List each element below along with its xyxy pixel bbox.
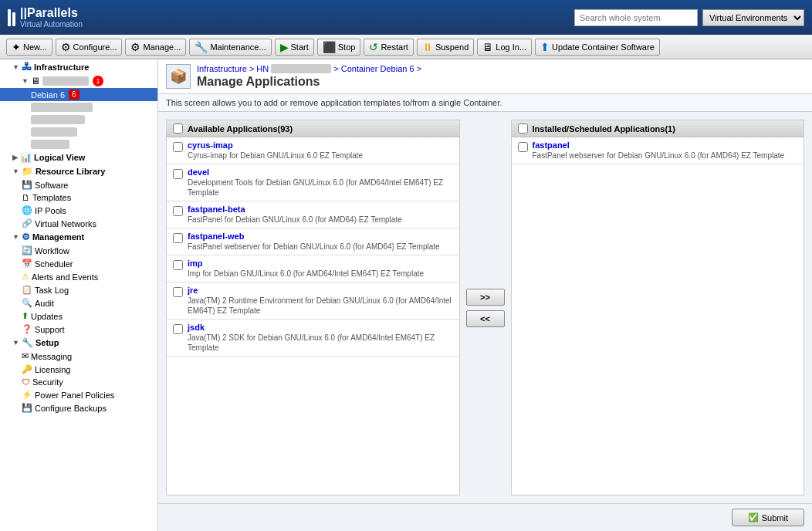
stop-button[interactable]: ⬛ Stop [317, 39, 361, 56]
top-right-controls: Virtual Environments [574, 9, 804, 26]
sidebar-group-management[interactable]: ▼ ⚙ Management [0, 230, 157, 244]
environment-dropdown[interactable]: Virtual Environments [702, 9, 804, 26]
security-icon: 🛡 [22, 377, 30, 387]
app-checkbox-imp[interactable] [173, 260, 183, 270]
list-item[interactable]: jre Java(TM) 2 Runtime Environment for D… [167, 282, 459, 320]
sidebar-item-sub1[interactable]: ██████████ [0, 101, 157, 113]
alerts-icon: ⚠ [22, 272, 29, 282]
remove-button[interactable]: << [466, 310, 505, 327]
resource-expand-icon: ▼ [12, 167, 19, 175]
app-checkbox-cyrus[interactable] [173, 142, 183, 152]
sidebar-item-security[interactable]: 🛡 Security [0, 376, 157, 388]
app-checkbox-devel[interactable] [173, 169, 183, 179]
sidebar-item-vnetworks[interactable]: 🔗 Virtual Networks [0, 217, 157, 230]
sidebar-item-sub2[interactable]: ████████ [0, 113, 157, 126]
maintenance-icon: 🔧 [195, 41, 208, 53]
breadcrumb-container[interactable]: Container Debian 6 [341, 64, 414, 73]
list-item[interactable]: imp Imp for Debian GNU/Linux 6.0 (for AM… [167, 255, 459, 282]
sidebar-item-scheduler[interactable]: 📅 Scheduler [0, 257, 157, 270]
sidebar-group-resource[interactable]: ▼ 📁 Resource Library [0, 164, 157, 178]
sidebar-item-tasklog[interactable]: 📋 Task Log [0, 283, 157, 296]
list-item[interactable]: fastpanel FastPanel webserver for Debian… [512, 137, 804, 164]
resource-icon: 📁 [22, 166, 33, 177]
page-header: 📦 Infrastructure > HN ██████████ > Conta… [158, 59, 812, 94]
app-checkbox-fastpanel-installed[interactable] [518, 142, 528, 152]
software-icon: 💾 [22, 180, 32, 190]
breadcrumb-infrastructure[interactable]: Infrastructure [197, 64, 247, 73]
breadcrumb-hn[interactable]: HN [256, 64, 269, 73]
messaging-icon: ✉ [22, 351, 29, 361]
maintenance-button[interactable]: 🔧 Maintenance... [189, 39, 271, 56]
search-input[interactable] [574, 9, 698, 26]
logo-area: ||Parallels Virtual Automation [8, 6, 83, 29]
app-checkbox-fastpanel-beta[interactable] [173, 206, 183, 216]
toolbar: ✦ New... ⚙ Configure... ⚙ Manage... 🔧 Ma… [0, 35, 812, 59]
vnetworks-icon: 🔗 [22, 218, 32, 228]
app-checkbox-fastpanel-web[interactable] [173, 233, 183, 243]
manage-button[interactable]: ⚙ Manage... [125, 39, 186, 56]
sidebar-item-support[interactable]: ❓ Support [0, 323, 157, 336]
new-button[interactable]: ✦ New... [6, 39, 52, 56]
sidebar-item-ippools[interactable]: 🌐 IP Pools [0, 204, 157, 217]
sidebar-item-updates[interactable]: ⬆ Updates [0, 309, 157, 323]
logical-expand-icon: ▶ [12, 154, 18, 161]
app-checkbox-jsdk[interactable] [173, 324, 183, 334]
logo-sub: Virtual Automation [20, 20, 83, 29]
list-item[interactable]: fastpanel-beta FastPanel for Debian GNU/… [167, 201, 459, 228]
list-item[interactable]: fastpanel-web FastPanel webserver for De… [167, 228, 459, 255]
sidebar-item-alerts[interactable]: ⚠ Alerts and Events [0, 270, 157, 283]
list-item[interactable]: devel Development Tools for Debian GNU/L… [167, 164, 459, 201]
setup-expand-icon: ▼ [12, 339, 19, 347]
sidebar-item-templates[interactable]: 🗋 Templates [0, 191, 157, 204]
debian-badge: 6 [69, 90, 80, 100]
submit-button[interactable]: ✅ Submit [732, 509, 804, 526]
installed-apps-list: fastpanel FastPanel webserver for Debian… [512, 137, 804, 495]
login-button[interactable]: 🖥 Log In... [477, 39, 532, 56]
restart-button[interactable]: ↺ Restart [364, 39, 413, 56]
sidebar-item-node[interactable]: ▼ 🖥 ██████ 1 [0, 74, 157, 88]
sidebar-item-sub4[interactable]: ██████ [0, 138, 157, 151]
update-icon: ⬆ [540, 41, 550, 53]
sidebar-item-debian6[interactable]: Debian 6 6 [0, 88, 157, 101]
sidebar-item-licensing[interactable]: 🔑 Licensing [0, 363, 157, 376]
list-item[interactable]: cyrus-imap Cyrus-imap for Debian GNU/Lin… [167, 137, 459, 164]
select-all-available-checkbox[interactable] [173, 123, 183, 134]
update-button[interactable]: ⬆ Update Container Software [535, 39, 660, 56]
sidebar-item-messaging[interactable]: ✉ Messaging [0, 350, 157, 363]
installed-apps-header: Installed/Scheduled Applications(1) [512, 120, 804, 137]
start-icon: ▶ [280, 41, 289, 53]
restart-icon: ↺ [369, 41, 378, 53]
sidebar-group-infrastructure[interactable]: ▼ 🖧 Infrastructure [0, 59, 157, 74]
new-icon: ✦ [12, 41, 21, 53]
sidebar-item-software[interactable]: 💾 Software [0, 178, 157, 191]
sidebar-item-sub3[interactable]: ███████ [0, 126, 157, 138]
powerpanel-icon: ⚡ [22, 390, 32, 400]
infrastructure-icon: 🖧 [22, 61, 32, 73]
sidebar-item-workflow[interactable]: 🔄 Workflow [0, 244, 157, 257]
stop-icon: ⬛ [323, 41, 336, 53]
ippools-icon: 🌐 [22, 205, 32, 215]
suspend-button[interactable]: ⏸ Suspend [417, 39, 474, 56]
login-icon: 🖥 [482, 41, 493, 53]
app-checkbox-jre[interactable] [173, 287, 183, 297]
main-layout: ▼ 🖧 Infrastructure ▼ 🖥 ██████ 1 Debian 6… [0, 59, 812, 531]
select-all-installed-checkbox[interactable] [518, 123, 528, 134]
start-button[interactable]: ▶ Start [275, 39, 314, 56]
add-button[interactable]: >> [466, 289, 505, 306]
list-item[interactable]: jsdk Java(TM) 2 SDK for Debian GNU/Linux… [167, 320, 459, 357]
sidebar-item-audit[interactable]: 🔍 Audit [0, 296, 157, 309]
sidebar-group-logical[interactable]: ▶ 📊 Logical View [0, 151, 157, 164]
available-apps-panel: Available Applications(93) cyrus-imap Cy… [166, 120, 460, 495]
page-title: Manage Applications [197, 75, 421, 89]
sidebar: ▼ 🖧 Infrastructure ▼ 🖥 ██████ 1 Debian 6… [0, 59, 158, 531]
sidebar-group-setup[interactable]: ▼ 🔧 Setup [0, 336, 157, 350]
support-icon: ❓ [22, 324, 32, 334]
licensing-icon: 🔑 [22, 364, 32, 374]
workflow-icon: 🔄 [22, 245, 32, 255]
installed-apps-panel: Installed/Scheduled Applications(1) fast… [511, 120, 805, 495]
sidebar-item-backups[interactable]: 💾 Configure Backups [0, 401, 157, 414]
setup-icon: 🔧 [22, 337, 33, 348]
parallels-icon [8, 9, 15, 26]
sidebar-item-powerpanel[interactable]: ⚡ Power Panel Policies [0, 388, 157, 401]
configure-button[interactable]: ⚙ Configure... [56, 39, 123, 56]
